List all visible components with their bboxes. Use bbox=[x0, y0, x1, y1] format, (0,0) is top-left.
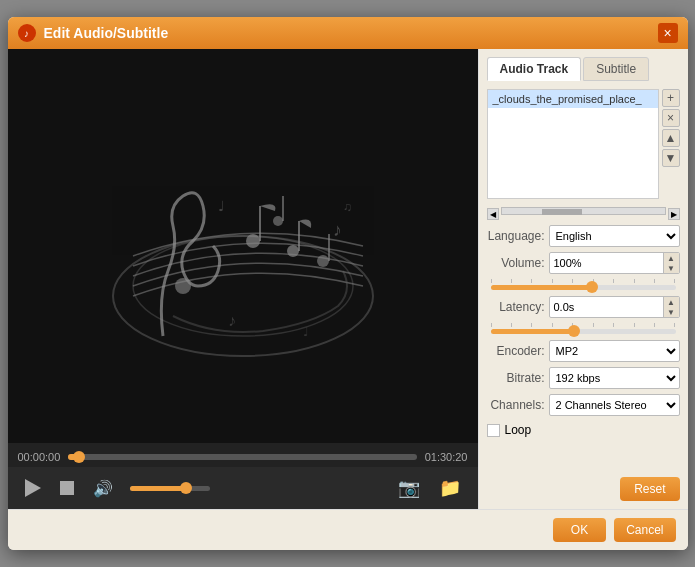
move-up-button[interactable]: ▲ bbox=[662, 129, 680, 147]
svg-text:♩: ♩ bbox=[303, 325, 309, 339]
bitrate-row: Bitrate: 192 kbps bbox=[487, 367, 680, 389]
progress-bar-area: 00:00:00 01:30:20 bbox=[8, 443, 478, 467]
svg-point-7 bbox=[317, 255, 329, 267]
video-display: ♪ ♩ ♫ ♪ ♩ bbox=[8, 49, 478, 443]
latency-range-thumb bbox=[568, 325, 580, 337]
camera-icon: 📷 bbox=[398, 477, 420, 499]
right-panel: Audio Track Subtitle _clouds_the_promise… bbox=[478, 49, 688, 509]
svg-point-3 bbox=[246, 234, 260, 248]
reset-button[interactable]: Reset bbox=[620, 477, 679, 501]
track-actions: + × ▲ ▼ bbox=[662, 89, 680, 199]
volume-up-button[interactable]: ▲ bbox=[664, 253, 679, 263]
latency-value: 0.0s bbox=[554, 301, 575, 313]
play-icon bbox=[25, 479, 41, 497]
language-label: Language: bbox=[487, 229, 545, 243]
encoder-row: Encoder: MP2 bbox=[487, 340, 680, 362]
controls-bar: 🔊 📷 📁 bbox=[8, 467, 478, 509]
latency-slider-row bbox=[487, 323, 680, 334]
channels-row: Channels: 2 Channels Stereo bbox=[487, 394, 680, 416]
latency-row: Latency: 0.0s ▲ ▼ bbox=[487, 296, 680, 318]
volume-range-slider[interactable] bbox=[491, 285, 676, 290]
move-down-button[interactable]: ▼ bbox=[662, 149, 680, 167]
title-bar-left: ♪ Edit Audio/Subtitle bbox=[18, 24, 169, 42]
bitrate-label: Bitrate: bbox=[487, 371, 545, 385]
tab-audio-track[interactable]: Audio Track bbox=[487, 57, 582, 81]
volume-label: Volume: bbox=[487, 256, 545, 270]
svg-text:♪: ♪ bbox=[228, 312, 236, 329]
volume-range-fill bbox=[491, 285, 593, 290]
language-select[interactable]: English bbox=[549, 225, 680, 247]
volume-range-thumb bbox=[586, 281, 598, 293]
svg-point-9 bbox=[273, 216, 283, 226]
track-list[interactable]: _clouds_the_promised_place_ bbox=[487, 89, 659, 199]
folder-button[interactable]: 📁 bbox=[437, 475, 463, 501]
volume-slider-row bbox=[487, 279, 680, 290]
total-time: 01:30:20 bbox=[425, 451, 468, 463]
scrollbar-track[interactable] bbox=[501, 207, 666, 215]
volume-value: 100% bbox=[554, 257, 582, 269]
app-icon: ♪ bbox=[18, 24, 36, 42]
volume-fill bbox=[130, 486, 186, 491]
bitrate-select[interactable]: 192 kbps bbox=[549, 367, 680, 389]
svg-point-2 bbox=[175, 278, 191, 294]
progress-thumb bbox=[73, 451, 85, 463]
stop-button[interactable] bbox=[58, 479, 76, 497]
channels-select[interactable]: 2 Channels Stereo bbox=[549, 394, 680, 416]
dialog-actions: OK Cancel bbox=[553, 518, 676, 542]
volume-row: Volume: 100% ▲ ▼ bbox=[487, 252, 680, 274]
volume-spinner[interactable]: 100% ▲ ▼ bbox=[549, 252, 680, 274]
latency-label: Latency: bbox=[487, 300, 545, 314]
horizontal-scrollbar[interactable]: ◀ ▶ bbox=[487, 207, 680, 221]
latency-spinner[interactable]: 0.0s ▲ ▼ bbox=[549, 296, 680, 318]
volume-thumb bbox=[180, 482, 192, 494]
snapshot-button[interactable]: 📷 bbox=[396, 475, 422, 501]
channels-label: Channels: bbox=[487, 398, 545, 412]
scroll-left-button[interactable]: ◀ bbox=[487, 208, 499, 220]
svg-text:♪: ♪ bbox=[333, 220, 342, 240]
track-item[interactable]: _clouds_the_promised_place_ bbox=[488, 90, 658, 108]
dialog-title: Edit Audio/Subtitle bbox=[44, 25, 169, 41]
title-bar: ♪ Edit Audio/Subtitle × bbox=[8, 17, 688, 49]
svg-text:♫: ♫ bbox=[343, 200, 352, 214]
svg-text:♩: ♩ bbox=[218, 198, 225, 214]
encoder-label: Encoder: bbox=[487, 344, 545, 358]
remove-track-button[interactable]: × bbox=[662, 109, 680, 127]
scrollbar-thumb bbox=[542, 209, 582, 215]
latency-range-fill bbox=[491, 329, 574, 334]
svg-point-5 bbox=[287, 245, 299, 257]
tab-subtitle[interactable]: Subtitle bbox=[583, 57, 649, 81]
latency-spinner-buttons: ▲ ▼ bbox=[663, 297, 679, 317]
stop-icon bbox=[60, 481, 74, 495]
volume-icon: 🔊 bbox=[93, 479, 113, 498]
progress-slider[interactable] bbox=[68, 454, 416, 460]
encoder-select[interactable]: MP2 bbox=[549, 340, 680, 362]
content-area: ♪ ♩ ♫ ♪ ♩ 00:00:00 01:30:20 bbox=[8, 49, 688, 509]
loop-label: Loop bbox=[505, 423, 532, 437]
add-track-button[interactable]: + bbox=[662, 89, 680, 107]
volume-slider[interactable] bbox=[130, 486, 210, 491]
scroll-right-button[interactable]: ▶ bbox=[668, 208, 680, 220]
latency-down-button[interactable]: ▼ bbox=[664, 307, 679, 317]
language-row: Language: English bbox=[487, 225, 680, 247]
edit-audio-subtitle-dialog: ♪ Edit Audio/Subtitle × bbox=[8, 17, 688, 550]
loop-checkbox[interactable] bbox=[487, 424, 500, 437]
volume-spinner-buttons: ▲ ▼ bbox=[663, 253, 679, 273]
bottom-bar: OK Cancel bbox=[8, 509, 688, 550]
tab-bar: Audio Track Subtitle bbox=[487, 57, 680, 81]
music-visualization: ♪ ♩ ♫ ♪ ♩ bbox=[83, 96, 403, 396]
volume-down-button[interactable]: ▼ bbox=[664, 263, 679, 273]
latency-range-slider[interactable] bbox=[491, 329, 676, 334]
cancel-button[interactable]: Cancel bbox=[614, 518, 675, 542]
video-panel: ♪ ♩ ♫ ♪ ♩ 00:00:00 01:30:20 bbox=[8, 49, 478, 509]
latency-up-button[interactable]: ▲ bbox=[664, 297, 679, 307]
close-button[interactable]: × bbox=[658, 23, 678, 43]
current-time: 00:00:00 bbox=[18, 451, 61, 463]
volume-button[interactable]: 🔊 bbox=[91, 477, 115, 500]
folder-icon: 📁 bbox=[439, 477, 461, 499]
track-list-container: _clouds_the_promised_place_ + × ▲ ▼ bbox=[487, 89, 680, 199]
ok-button[interactable]: OK bbox=[553, 518, 606, 542]
loop-row: Loop bbox=[487, 423, 680, 437]
play-button[interactable] bbox=[23, 477, 43, 499]
